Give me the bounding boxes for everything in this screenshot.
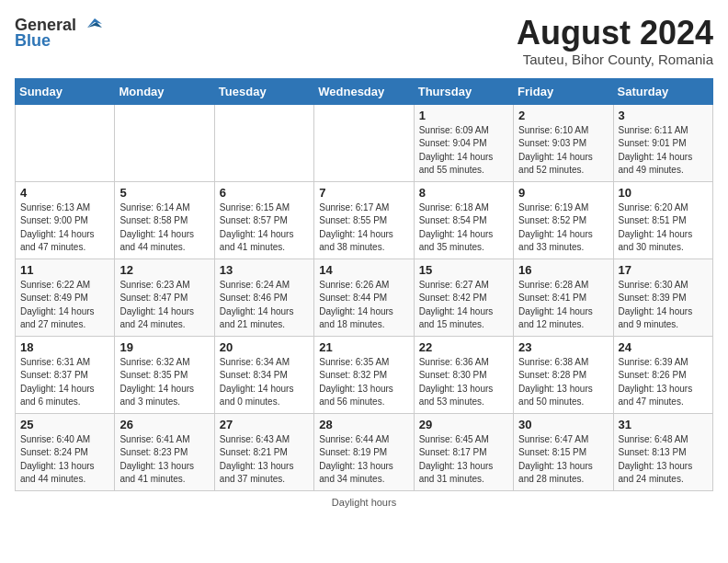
calendar-cell: 20Sunrise: 6:34 AM Sunset: 8:34 PM Dayli… [214,336,313,413]
day-info: Sunrise: 6:24 AM Sunset: 8:46 PM Dayligh… [220,279,309,332]
day-number: 2 [518,109,608,122]
day-info: Sunrise: 6:14 AM Sunset: 8:58 PM Dayligh… [119,201,209,255]
page-header: General Blue August 2024 Tauteu, Bihor C… [15,15,713,67]
day-info: Sunrise: 6:09 AM Sunset: 9:04 PM Dayligh… [419,124,508,178]
day-number: 24 [619,340,708,354]
calendar-cell: 5Sunrise: 6:14 AM Sunset: 8:58 PM Daylig… [115,181,214,259]
day-number: 23 [518,340,608,354]
day-number: 17 [619,263,708,277]
calendar-cell: 1Sunrise: 6:09 AM Sunset: 9:04 PM Daylig… [414,104,513,181]
calendar-cell: 18Sunrise: 6:31 AM Sunset: 8:37 PM Dayli… [16,336,115,413]
weekday-header-friday: Friday [514,78,613,104]
logo-blue-text: Blue [15,31,51,51]
day-number: 7 [319,186,408,200]
day-number: 9 [518,186,608,200]
calendar-cell [16,104,115,181]
weekday-header-saturday: Saturday [613,78,712,104]
calendar-cell: 22Sunrise: 6:36 AM Sunset: 8:30 PM Dayli… [414,336,513,413]
day-number: 3 [619,109,708,122]
day-number: 4 [20,186,109,200]
weekday-header-thursday: Thursday [414,78,513,104]
calendar-cell: 11Sunrise: 6:22 AM Sunset: 8:49 PM Dayli… [16,259,115,336]
day-info: Sunrise: 6:45 AM Sunset: 8:17 PM Dayligh… [419,433,508,487]
day-number: 13 [220,263,309,277]
day-number: 14 [319,263,408,277]
day-info: Sunrise: 6:38 AM Sunset: 8:28 PM Dayligh… [518,356,608,409]
weekday-header-tuesday: Tuesday [214,78,313,104]
day-number: 18 [20,340,109,354]
day-number: 30 [518,418,608,431]
logo: General Blue [15,15,102,51]
calendar-table: SundayMondayTuesdayWednesdayThursdayFrid… [15,78,713,491]
calendar-cell: 4Sunrise: 6:13 AM Sunset: 9:00 PM Daylig… [16,181,115,259]
day-info: Sunrise: 6:11 AM Sunset: 9:01 PM Dayligh… [619,124,708,178]
calendar-cell [314,104,414,181]
day-number: 27 [220,418,309,431]
day-number: 16 [518,263,608,277]
day-number: 11 [20,263,109,277]
day-number: 5 [119,186,209,200]
calendar-cell: 30Sunrise: 6:47 AM Sunset: 8:15 PM Dayli… [514,413,613,490]
calendar-cell: 9Sunrise: 6:19 AM Sunset: 8:52 PM Daylig… [514,181,613,259]
calendar-cell: 25Sunrise: 6:40 AM Sunset: 8:24 PM Dayli… [16,413,115,490]
day-number: 1 [419,109,508,122]
calendar-cell: 21Sunrise: 6:35 AM Sunset: 8:32 PM Dayli… [314,336,414,413]
day-info: Sunrise: 6:23 AM Sunset: 8:47 PM Dayligh… [119,279,209,332]
day-number: 31 [619,418,708,431]
day-number: 8 [419,186,508,200]
calendar-cell: 13Sunrise: 6:24 AM Sunset: 8:46 PM Dayli… [214,259,313,336]
day-info: Sunrise: 6:10 AM Sunset: 9:03 PM Dayligh… [518,124,608,178]
calendar-cell: 8Sunrise: 6:18 AM Sunset: 8:54 PM Daylig… [414,181,513,259]
day-number: 25 [20,418,109,431]
day-info: Sunrise: 6:18 AM Sunset: 8:54 PM Dayligh… [419,201,508,255]
day-number: 10 [619,186,708,200]
day-number: 12 [119,263,209,277]
calendar-cell: 27Sunrise: 6:43 AM Sunset: 8:21 PM Dayli… [214,413,313,490]
day-info: Sunrise: 6:31 AM Sunset: 8:37 PM Dayligh… [20,356,109,409]
calendar-cell: 2Sunrise: 6:10 AM Sunset: 9:03 PM Daylig… [514,104,613,181]
calendar-cell: 7Sunrise: 6:17 AM Sunset: 8:55 PM Daylig… [314,181,414,259]
day-info: Sunrise: 6:22 AM Sunset: 8:49 PM Dayligh… [20,279,109,332]
title-area: August 2024 Tauteu, Bihor County, Romani… [517,15,713,67]
day-info: Sunrise: 6:20 AM Sunset: 8:51 PM Dayligh… [619,201,708,255]
month-year-title: August 2024 [517,15,713,52]
calendar-cell: 14Sunrise: 6:26 AM Sunset: 8:44 PM Dayli… [314,259,414,336]
day-number: 22 [419,340,508,354]
day-info: Sunrise: 6:47 AM Sunset: 8:15 PM Dayligh… [518,433,608,487]
location-subtitle: Tauteu, Bihor County, Romania [517,52,713,67]
calendar-cell: 31Sunrise: 6:48 AM Sunset: 8:13 PM Dayli… [613,413,712,490]
weekday-header-row: SundayMondayTuesdayWednesdayThursdayFrid… [16,78,713,104]
calendar-cell: 6Sunrise: 6:15 AM Sunset: 8:57 PM Daylig… [214,181,313,259]
day-info: Sunrise: 6:41 AM Sunset: 8:23 PM Dayligh… [119,433,209,487]
calendar-cell [115,104,214,181]
weekday-header-sunday: Sunday [16,78,115,104]
calendar-cell: 23Sunrise: 6:38 AM Sunset: 8:28 PM Dayli… [514,336,613,413]
day-info: Sunrise: 6:44 AM Sunset: 8:19 PM Dayligh… [319,433,408,487]
day-info: Sunrise: 6:17 AM Sunset: 8:55 PM Dayligh… [319,201,408,255]
day-number: 29 [419,418,508,431]
calendar-cell: 3Sunrise: 6:11 AM Sunset: 9:01 PM Daylig… [613,104,712,181]
week-row-2: 4Sunrise: 6:13 AM Sunset: 9:00 PM Daylig… [16,181,713,259]
week-row-4: 18Sunrise: 6:31 AM Sunset: 8:37 PM Dayli… [16,336,713,413]
day-info: Sunrise: 6:48 AM Sunset: 8:13 PM Dayligh… [619,433,708,487]
day-number: 28 [319,418,408,431]
day-info: Sunrise: 6:32 AM Sunset: 8:35 PM Dayligh… [119,356,209,409]
logo-bird-icon [78,15,102,35]
day-info: Sunrise: 6:19 AM Sunset: 8:52 PM Dayligh… [518,201,608,255]
week-row-5: 25Sunrise: 6:40 AM Sunset: 8:24 PM Dayli… [16,413,713,490]
calendar-cell: 19Sunrise: 6:32 AM Sunset: 8:35 PM Dayli… [115,336,214,413]
week-row-1: 1Sunrise: 6:09 AM Sunset: 9:04 PM Daylig… [16,104,713,181]
calendar-cell: 24Sunrise: 6:39 AM Sunset: 8:26 PM Dayli… [613,336,712,413]
calendar-cell: 28Sunrise: 6:44 AM Sunset: 8:19 PM Dayli… [314,413,414,490]
day-info: Sunrise: 6:13 AM Sunset: 9:00 PM Dayligh… [20,201,109,255]
weekday-header-monday: Monday [115,78,214,104]
day-number: 20 [220,340,309,354]
day-info: Sunrise: 6:26 AM Sunset: 8:44 PM Dayligh… [319,279,408,332]
day-number: 6 [220,186,309,200]
day-number: 19 [119,340,209,354]
calendar-cell: 17Sunrise: 6:30 AM Sunset: 8:39 PM Dayli… [613,259,712,336]
calendar-cell: 12Sunrise: 6:23 AM Sunset: 8:47 PM Dayli… [115,259,214,336]
day-info: Sunrise: 6:40 AM Sunset: 8:24 PM Dayligh… [20,433,109,487]
weekday-header-wednesday: Wednesday [314,78,414,104]
footer-note: Daylight hours [15,497,713,508]
